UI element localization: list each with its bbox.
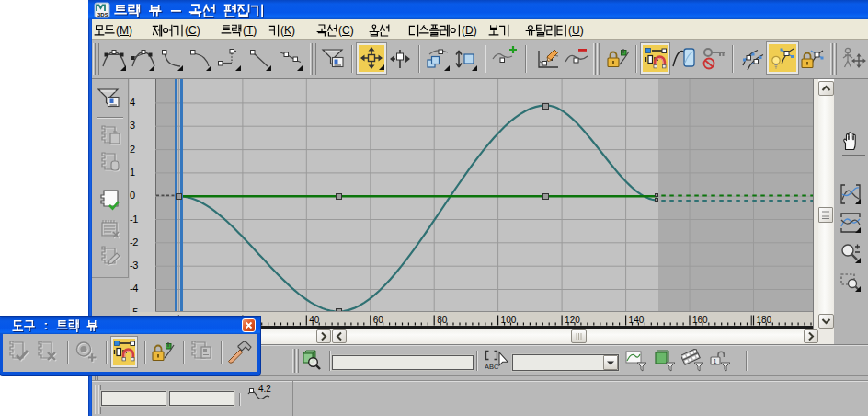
svg-text:100: 100 <box>501 315 517 325</box>
svg-text:40: 40 <box>309 315 320 325</box>
svg-text:ABC: ABC <box>485 363 499 371</box>
svg-text:80: 80 <box>437 315 448 325</box>
svg-text:120: 120 <box>565 315 580 325</box>
svg-text:60: 60 <box>373 315 384 325</box>
svg-text:140: 140 <box>629 315 645 325</box>
svg-text:1: 1 <box>714 358 717 364</box>
svg-text:3DS: 3DS <box>97 12 108 17</box>
svg-text:160: 160 <box>692 315 708 325</box>
svg-text:180: 180 <box>757 315 772 325</box>
